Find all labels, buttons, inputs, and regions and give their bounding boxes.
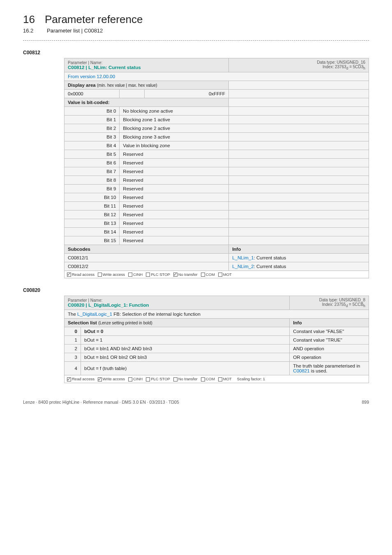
info-text: AND operation bbox=[293, 346, 324, 351]
info-text: OR operation bbox=[293, 355, 321, 360]
bit-number: Bit 10 bbox=[65, 193, 120, 202]
hex-min: 0x0000 bbox=[65, 90, 120, 98]
bit-coded-label: Value is bit-coded: bbox=[65, 98, 229, 107]
selection-hint: (Lenze setting printed in bold) bbox=[98, 321, 152, 325]
option-number: 1 bbox=[65, 336, 81, 345]
chapter-title: Parameter reference bbox=[45, 13, 143, 26]
param-name-label: Parameter | Name: bbox=[68, 60, 225, 65]
bit-label: No blocking zone active bbox=[120, 107, 229, 116]
no-transfer-check bbox=[173, 273, 178, 277]
bit-number: Bit 7 bbox=[65, 167, 120, 176]
bit-label: Reserved bbox=[120, 185, 229, 193]
info-prefix: The truth table parameterised in bbox=[293, 363, 360, 368]
cinh-check bbox=[128, 273, 132, 277]
subcode: C00812/1 bbox=[65, 254, 229, 262]
param-index: Index: 23755d = 5CCBh bbox=[322, 302, 365, 307]
selection-list-label: Selection list bbox=[68, 320, 97, 325]
info-text: Constant value "TRUE" bbox=[293, 338, 342, 342]
divider bbox=[23, 40, 369, 41]
write-access-check bbox=[98, 377, 102, 382]
bit-label: Reserved bbox=[120, 219, 229, 228]
bit-label: Blocking zone 2 active bbox=[120, 124, 229, 133]
option-expression: bOut = 0 bbox=[81, 327, 290, 336]
plc-stop-check bbox=[146, 273, 150, 277]
display-area-hint: (min. hex value | max. hex value) bbox=[97, 83, 157, 88]
bit-label: Reserved bbox=[120, 167, 229, 176]
chapter-number: 16 bbox=[23, 13, 35, 26]
com-check bbox=[201, 377, 205, 382]
param-id: C00820 bbox=[23, 287, 369, 293]
footer-page-number: 899 bbox=[362, 400, 369, 405]
bit-number: Bit 0 bbox=[65, 107, 120, 116]
bit-label: Blocking zone 3 active bbox=[120, 133, 229, 141]
subcode-suffix: : Current status bbox=[254, 264, 286, 269]
bit-number: Bit 14 bbox=[65, 228, 120, 236]
bit-number: Bit 1 bbox=[65, 116, 120, 124]
display-area-label: Display area bbox=[68, 83, 96, 88]
bit-number: Bit 8 bbox=[65, 176, 120, 185]
read-access-check bbox=[67, 273, 71, 277]
param-name-label: Parameter | Name: bbox=[68, 298, 286, 303]
option-expression: bOut = 1 bbox=[81, 336, 290, 345]
bit-number: Bit 5 bbox=[65, 150, 120, 159]
bit-number: Bit 9 bbox=[65, 185, 120, 193]
subcode-link[interactable]: L_NLim_1 bbox=[232, 255, 254, 260]
bit-label: Blocking zone 1 active bbox=[120, 116, 229, 124]
option-number: 3 bbox=[65, 353, 81, 362]
option-expression: bOut = bIn1 AND bIn2 AND bIn3 bbox=[81, 345, 290, 353]
bit-label: Reserved bbox=[120, 193, 229, 202]
bit-number: Bit 3 bbox=[65, 133, 120, 141]
bit-number: Bit 2 bbox=[65, 124, 120, 133]
subcode-suffix: : Current status bbox=[254, 255, 286, 260]
read-access-check bbox=[67, 377, 71, 382]
bit-label: Reserved bbox=[120, 176, 229, 185]
info-link[interactable]: C00821 bbox=[293, 368, 309, 373]
subcodes-label: Subcodes bbox=[65, 245, 229, 254]
bit-label: Value in blocking zone bbox=[120, 141, 229, 150]
com-check bbox=[201, 273, 205, 277]
option-number: 2 bbox=[65, 345, 81, 353]
info-text: Constant value "FALSE" bbox=[293, 329, 344, 334]
param-id: C00812 bbox=[23, 50, 369, 56]
cinh-check bbox=[128, 377, 132, 382]
bit-number: Bit 4 bbox=[65, 141, 120, 150]
desc-prefix: The bbox=[68, 312, 77, 317]
bit-label: Reserved bbox=[120, 159, 229, 167]
option-expression: bOut = f (truth table) bbox=[81, 362, 290, 375]
param-datatype: Data type: UNSIGNED_8 bbox=[319, 298, 365, 302]
param-datatype: Data type: UNSIGNED_16 bbox=[317, 60, 365, 65]
hex-max: 0xFFFF bbox=[145, 90, 229, 98]
option-number: 4 bbox=[65, 362, 81, 375]
param-table-c00812: Parameter | Name: C00812 | L_NLim: Curre… bbox=[64, 58, 369, 278]
footer-left: Lenze · 8400 protec HighLine · Reference… bbox=[23, 400, 179, 405]
info-label: Info bbox=[229, 245, 369, 254]
param-name: C00820 | L_DigitalLogic_1: Function bbox=[68, 303, 149, 308]
bit-label: Reserved bbox=[120, 202, 229, 210]
param-index: Index: 23763d = 5CD3h bbox=[323, 65, 365, 69]
param-name: C00812 | L_NLim: Current status bbox=[68, 65, 141, 70]
bit-number: Bit 6 bbox=[65, 159, 120, 167]
mot-check bbox=[218, 377, 222, 382]
subcode-link[interactable]: L_NLim_2 bbox=[232, 264, 254, 269]
section-number: 16.2 bbox=[23, 28, 37, 34]
bit-label: Reserved bbox=[120, 150, 229, 159]
version-link[interactable]: From version 12.00.00 bbox=[68, 74, 115, 79]
write-access-check bbox=[98, 273, 102, 277]
bit-number: Bit 13 bbox=[65, 219, 120, 228]
info-suffix: is used. bbox=[310, 368, 327, 373]
desc-link[interactable]: L_DigitalLogic_1 bbox=[77, 312, 112, 317]
mot-check bbox=[218, 273, 222, 277]
subcode: C00812/2 bbox=[65, 262, 229, 271]
bit-label: Reserved bbox=[120, 236, 229, 245]
bit-label: Reserved bbox=[120, 228, 229, 236]
info-label: Info bbox=[290, 319, 369, 327]
bit-label: Reserved bbox=[120, 210, 229, 219]
plc-stop-check bbox=[146, 377, 150, 382]
scaling-factor: Scaling factor: 1 bbox=[237, 377, 265, 381]
param-table-c00820: Parameter | Name: C00820 | L_DigitalLogi… bbox=[64, 296, 369, 383]
bit-number: Bit 12 bbox=[65, 210, 120, 219]
section-title: Parameter list | C00812 bbox=[47, 28, 103, 34]
no-transfer-check bbox=[173, 377, 178, 382]
bit-number: Bit 15 bbox=[65, 236, 120, 245]
option-expression: bOut = bIn1 OR bIn2 OR bIn3 bbox=[81, 353, 290, 362]
